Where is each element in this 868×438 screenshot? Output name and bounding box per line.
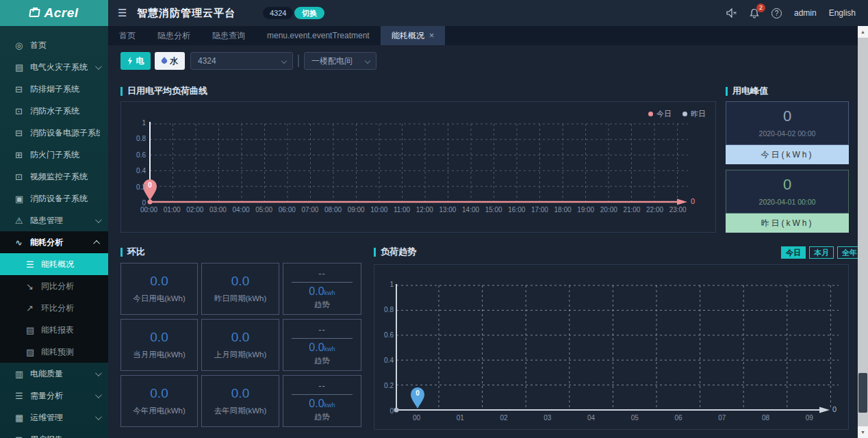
huanbi-grid: 0.0 今日用电(kWh) 0.0 昨日同期(kWh) -- 0.0kwh 趋势… xyxy=(120,263,361,427)
home-icon: ◎ xyxy=(15,40,30,51)
sidebar-subitem-energy-overview[interactable]: ☰ 能耗概况 xyxy=(0,253,108,275)
sidebar-subitem-energy-forecast[interactable]: ▨ 能耗预测 xyxy=(0,341,108,363)
axis-tick-label: 03:00 xyxy=(209,206,227,214)
sidebar-item-video-monitor[interactable]: ⊡ 视频监控子系统 xyxy=(0,166,108,188)
lightning-icon xyxy=(127,57,133,65)
scrollbar-thumb[interactable] xyxy=(858,373,867,413)
fire-water-icon: ⊡ xyxy=(15,106,30,116)
axis-tick-label: 22:00 xyxy=(646,206,663,214)
tab-event-treatment[interactable]: menu.event.eventTreatment xyxy=(256,26,381,45)
sidebar-item-device-power[interactable]: ⊟ 消防设备电源子系统 xyxy=(0,122,108,144)
daily-y-axis: 10.80.60.40.20 xyxy=(125,119,146,207)
sidebar-item-fire-water[interactable]: ⊡ 消防水子系统 xyxy=(0,100,108,122)
scrollbar-up-arrow[interactable]: ▲ xyxy=(858,26,868,38)
video-icon: ⊡ xyxy=(15,172,30,182)
electric-filter-button[interactable]: 电 xyxy=(120,52,151,70)
close-icon[interactable]: × xyxy=(429,26,435,45)
huanbi-card-lastyear-usage: 0.0 去年同期(kWh) xyxy=(201,375,279,427)
axis-tick-label: 09:00 xyxy=(348,206,365,214)
sidebar-item-ops-management[interactable]: ▦ 运维管理 xyxy=(0,407,108,428)
scrollbar-down-arrow[interactable]: ▼ xyxy=(858,426,868,438)
divider xyxy=(292,338,352,339)
sidebar-item-energy-analysis[interactable]: ∿ 能耗分析 xyxy=(0,231,108,253)
axis-tick-label: 0.2 xyxy=(136,183,146,191)
sidebar: ◎ 首页 ▤ 电气火灾子系统 ⊟ 防排烟子系统 ⊡ 消防水子系统 ⊟ 消防设备电… xyxy=(0,26,108,438)
load-trend-canvas xyxy=(374,265,848,429)
axis-tick-label: 23:00 xyxy=(669,206,687,214)
trend-y-axis: 10.80.60.40.20 xyxy=(376,281,394,415)
axis-tick-label: 20:00 xyxy=(600,206,617,214)
axis-tick-label: 0 xyxy=(390,407,394,415)
power-quality-icon: ▥ xyxy=(15,369,30,379)
sidebar-item-smoke-control[interactable]: ⊟ 防排烟子系统 xyxy=(0,78,108,100)
bell-icon[interactable]: 2 xyxy=(750,8,759,18)
axis-tick-label: 14:00 xyxy=(462,206,479,214)
sidebar-item-fire-device[interactable]: ▣ 消防设备子系统 xyxy=(0,188,108,209)
range-button-month[interactable]: 本月 xyxy=(809,246,834,259)
axis-tick-label: 1 xyxy=(390,281,394,288)
huanbi-card-today-usage: 0.0 今日用电(kWh) xyxy=(120,263,198,315)
peak-card-yesterday: 0 2020-04-01 00:00 昨日(kWh) xyxy=(726,170,849,233)
page-title: 智慧消防管理云平台 xyxy=(137,7,235,20)
sidebar-item-user-report[interactable]: ⊞ 用户报告 xyxy=(0,428,108,438)
room-select[interactable]: 一楼配电间 xyxy=(304,52,376,70)
scrollbar-track[interactable] xyxy=(858,38,868,426)
chevron-down-icon xyxy=(95,216,102,223)
axis-tick-label: 0.6 xyxy=(136,151,146,159)
tab-hazard-analysis[interactable]: 隐患分析 xyxy=(146,26,201,45)
notification-count-badge: 2 xyxy=(756,3,765,12)
axis-tick-label: 04:00 xyxy=(233,206,250,214)
chevron-down-icon xyxy=(95,370,102,376)
trend-axis-end-value: 0 xyxy=(832,405,837,413)
chevron-down-icon xyxy=(281,58,287,64)
peak-yesterday-label: 昨日(kWh) xyxy=(726,214,849,233)
chevron-down-icon xyxy=(95,391,102,398)
sidebar-subitem-mom-analysis[interactable]: ↗ 环比分析 xyxy=(0,297,108,319)
tab-hazard-query[interactable]: 隐患查询 xyxy=(201,26,256,45)
user-menu[interactable]: admin xyxy=(794,8,817,18)
divider xyxy=(292,282,352,283)
chevron-down-icon xyxy=(365,58,370,64)
sidebar-item-electric-fire[interactable]: ▤ 电气火灾子系统 xyxy=(0,56,108,78)
brand-name: Acrel xyxy=(44,5,78,21)
axis-tick-label: 07 xyxy=(718,414,726,422)
chart-icon: ▤ xyxy=(15,62,30,73)
sidebar-subitem-yoy-analysis[interactable]: ↘ 同比分析 xyxy=(0,275,108,297)
axis-tick-label: 08:00 xyxy=(324,206,342,214)
help-icon[interactable]: ? xyxy=(771,8,782,18)
axis-tick-label: 05 xyxy=(631,414,639,422)
axis-tick-label: 0.2 xyxy=(384,382,394,389)
axis-tick-label: 16:00 xyxy=(508,206,525,214)
trend-pin-value: 0 xyxy=(412,389,423,397)
language-switcher[interactable]: English xyxy=(829,8,856,18)
tab-energy-overview[interactable]: 能耗概况 × xyxy=(381,26,446,45)
scrollbar: ▲ ▼ xyxy=(858,26,868,438)
ops-icon: ▦ xyxy=(15,413,30,423)
station-select[interactable]: 4324 xyxy=(190,52,293,70)
peak-panel-title: 用电峰值 xyxy=(726,85,768,97)
menu-fold-icon[interactable]: ☰ xyxy=(118,7,127,19)
mute-icon[interactable] xyxy=(726,8,737,18)
station-badge: 4324 xyxy=(263,7,293,19)
range-button-today[interactable]: 今日 xyxy=(781,246,806,259)
axis-tick-label: 00:00 xyxy=(140,206,157,214)
sidebar-item-hazard-management[interactable]: ⚠ 隐患管理 xyxy=(0,209,108,231)
load-trend-title: 负荷趋势 xyxy=(374,246,416,258)
sidebar-item-fire-door[interactable]: ⊞ 防火门子系统 xyxy=(0,144,108,166)
axis-tick-label: 13:00 xyxy=(439,206,456,214)
warning-icon: ⚠ xyxy=(15,216,30,226)
sidebar-item-demand-analysis[interactable]: ☰ 需量分析 xyxy=(0,385,108,407)
switch-button[interactable]: 切换 xyxy=(294,7,324,19)
axis-tick-label: 12:00 xyxy=(416,206,433,214)
axis-tick-label: 21:00 xyxy=(623,206,640,214)
trend-down-icon: ↘ xyxy=(26,281,41,292)
water-filter-button[interactable]: 水 xyxy=(155,52,185,70)
axis-tick-label: 0.4 xyxy=(384,357,394,364)
sidebar-item-home[interactable]: ◎ 首页 xyxy=(0,34,108,56)
axis-tick-label: 09 xyxy=(806,414,813,422)
axis-tick-label: 06:00 xyxy=(279,206,296,214)
axis-tick-label: 1 xyxy=(142,119,146,127)
tab-home[interactable]: 首页 xyxy=(108,26,146,45)
sidebar-subitem-energy-report[interactable]: ▤ 能耗报表 xyxy=(0,319,108,341)
sidebar-item-power-quality[interactable]: ▥ 电能质量 xyxy=(0,363,108,385)
